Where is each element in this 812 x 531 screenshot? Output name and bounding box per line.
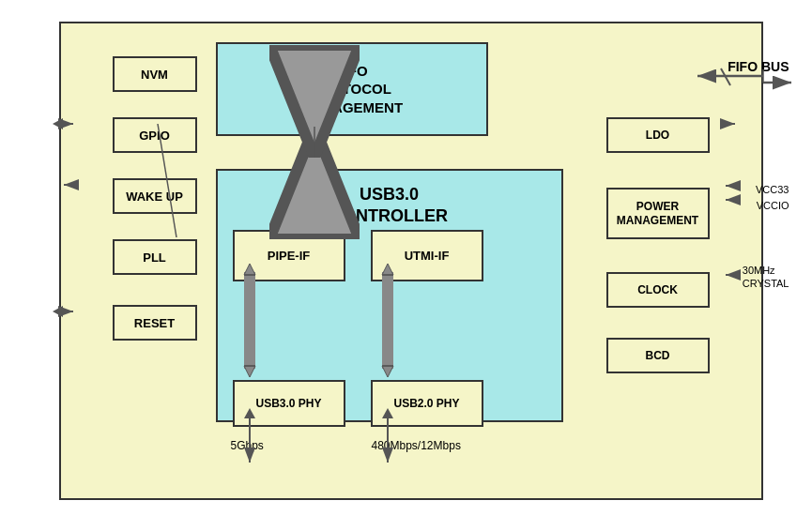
wake-up-box: WAKE UP xyxy=(113,178,197,214)
power-mgmt-box: POWER MANAGEMENT xyxy=(606,188,710,239)
utmi-if-label: UTMI-IF xyxy=(405,249,450,263)
controller-title: USB3.0 CONTROLLER xyxy=(218,171,561,228)
utmi-if-box: UTMI-IF xyxy=(371,230,483,281)
gpio-label: GPIO xyxy=(139,129,170,143)
vcc33-label: VCC33 xyxy=(756,184,789,195)
usb3-phy-box: USB3.0 PHY xyxy=(233,380,345,427)
pll-label: PLL xyxy=(143,250,166,265)
power-mgmt-label: POWER MANAGEMENT xyxy=(617,200,698,227)
speed-5gbps: 5Gbps xyxy=(231,439,264,452)
pipe-if-label: PIPE-IF xyxy=(268,249,311,263)
clock-box: CLOCK xyxy=(606,272,710,308)
crystal-label: 30MHzCRYSTAL xyxy=(743,264,789,291)
usb2-phy-label: USB2.0 PHY xyxy=(393,397,459,410)
pll-box: PLL xyxy=(113,239,197,275)
nvm-label: NVM xyxy=(141,68,168,82)
ldo-box: LDO xyxy=(606,117,710,153)
fifo-box: FIFO PROTOCOL MANAGEMENT xyxy=(216,42,488,136)
ldo-label: LDO xyxy=(646,129,669,142)
wake-up-label: WAKE UP xyxy=(126,190,183,204)
gpio-box: GPIO xyxy=(113,117,197,153)
reset-label: RESET xyxy=(134,316,175,330)
diagram-wrapper: FIFO PROTOCOL MANAGEMENT USB3.0 CONTROLL… xyxy=(22,12,791,519)
bcd-label: BCD xyxy=(646,349,670,362)
fifo-bus-label: FIFO BUS xyxy=(728,59,789,74)
clock-label: CLOCK xyxy=(637,283,678,296)
outer-box: FIFO PROTOCOL MANAGEMENT USB3.0 CONTROLL… xyxy=(59,22,763,500)
usb3-phy-label: USB3.0 PHY xyxy=(255,397,321,410)
pipe-if-box: PIPE-IF xyxy=(233,230,345,281)
nvm-box: NVM xyxy=(113,56,197,92)
vccio-label: VCCIO xyxy=(757,200,789,211)
bcd-box: BCD xyxy=(606,338,710,373)
speed-480mbps: 480Mbps/12Mbps xyxy=(372,439,461,452)
reset-box: RESET xyxy=(113,305,197,341)
usb2-phy-box: USB2.0 PHY xyxy=(371,380,483,427)
fifo-label: FIFO PROTOCOL MANAGEMENT xyxy=(300,62,403,117)
